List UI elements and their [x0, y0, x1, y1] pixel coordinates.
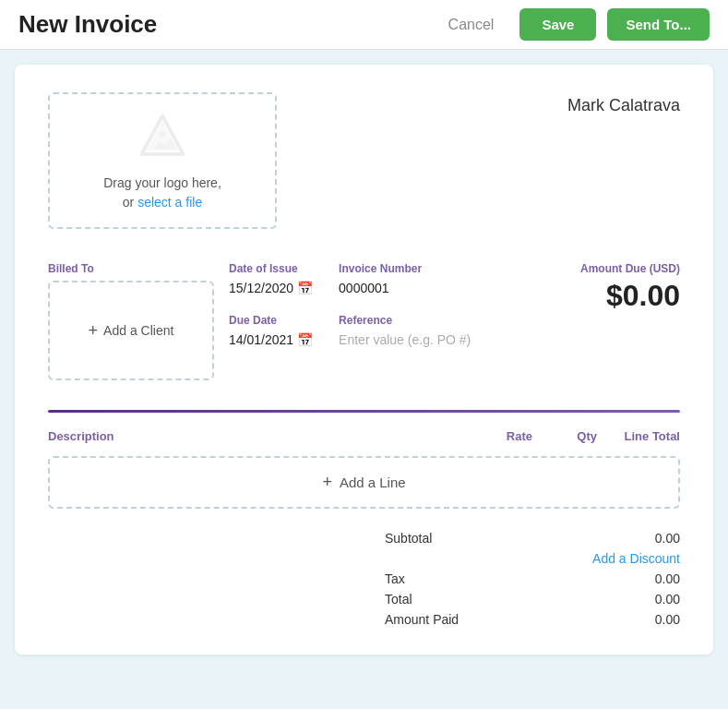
send-to-button[interactable]: Send To...	[607, 8, 710, 41]
select-file-link[interactable]: select a file	[137, 195, 202, 210]
invoice-number-group: Invoice Number 0000001	[339, 262, 471, 295]
amount-due-label: Amount Due (USD)	[580, 262, 680, 275]
amount-due-value: $0.00	[580, 279, 680, 313]
add-client-label: Add a Client	[103, 323, 173, 338]
billed-to-label: Billed To	[48, 262, 214, 275]
totals-section: Subtotal 0.00 Add a Discount Tax 0.00 To…	[48, 531, 680, 627]
plus-icon: +	[89, 321, 99, 341]
add-client-inner: + Add a Client	[89, 321, 174, 341]
date-of-issue-group: Date of Issue 15/12/2020 📅	[229, 262, 313, 295]
section-divider	[48, 410, 680, 413]
company-name: Mark Calatrava	[567, 92, 680, 115]
reference-group: Reference Enter value (e.g. PO #)	[339, 314, 471, 347]
header-actions: Cancel Save Send To...	[434, 8, 710, 41]
subtotal-row: Subtotal 0.00	[385, 531, 680, 546]
total-label: Total	[385, 592, 412, 607]
date-of-issue-value[interactable]: 15/12/2020 📅	[229, 281, 313, 295]
fields-right: Date of Issue 15/12/2020 📅 Due Date 14/0…	[229, 262, 680, 347]
page-header: New Invoice Cancel Save Send To...	[0, 0, 728, 50]
add-line-plus-icon: +	[322, 473, 332, 492]
col-line-total-header: Line Total	[597, 429, 680, 443]
col-qty-header: Qty	[532, 429, 597, 443]
invoice-number-value[interactable]: 0000001	[339, 281, 471, 295]
invoice-card: Drag your logo here, or select a file Ma…	[15, 65, 713, 655]
total-value: 0.00	[655, 592, 680, 607]
calendar-icon-issue: 📅	[297, 281, 313, 295]
due-date-group: Due Date 14/01/2021 📅	[229, 314, 313, 347]
amount-paid-label: Amount Paid	[385, 612, 459, 627]
logo-placeholder-icon	[135, 109, 190, 164]
top-section: Drag your logo here, or select a file Ma…	[48, 92, 680, 229]
add-line-button[interactable]: + Add a Line	[48, 456, 680, 509]
save-button[interactable]: Save	[519, 8, 596, 41]
tax-row: Tax 0.00	[385, 571, 680, 586]
tax-label: Tax	[385, 571, 405, 586]
due-date-value[interactable]: 14/01/2021 📅	[229, 332, 313, 347]
logo-drop-text: Drag your logo here, or select a file	[103, 174, 221, 212]
table-headers: Description Rate Qty Line Total	[48, 424, 680, 449]
discount-row: Add a Discount	[385, 551, 680, 566]
page-title: New Invoice	[18, 10, 157, 39]
add-client-box[interactable]: + Add a Client	[48, 281, 214, 380]
amount-paid-value: 0.00	[655, 612, 680, 627]
due-date-label: Due Date	[229, 314, 313, 327]
fields-section: Billed To + Add a Client Date of Issue 1…	[48, 262, 680, 380]
calendar-icon-due: 📅	[297, 332, 313, 347]
logo-dropzone[interactable]: Drag your logo here, or select a file	[48, 92, 277, 229]
col-description-header: Description	[48, 429, 440, 443]
amount-paid-row: Amount Paid 0.00	[385, 612, 680, 627]
subtotal-value: 0.00	[655, 531, 680, 546]
invoice-number-label: Invoice Number	[339, 262, 471, 275]
date-of-issue-label: Date of Issue	[229, 262, 313, 275]
reference-label: Reference	[339, 314, 471, 327]
total-row: Total 0.00	[385, 592, 680, 607]
cancel-button[interactable]: Cancel	[434, 9, 509, 41]
subtotal-label: Subtotal	[385, 531, 432, 546]
col-rate-header: Rate	[440, 429, 532, 443]
reference-input[interactable]: Enter value (e.g. PO #)	[339, 332, 471, 347]
svg-point-2	[160, 131, 165, 137]
add-line-label: Add a Line	[340, 475, 406, 490]
billed-to-group: Billed To + Add a Client	[48, 262, 214, 380]
amount-due-section: Amount Due (USD) $0.00	[580, 262, 680, 347]
tax-value: 0.00	[655, 571, 680, 586]
add-discount-link[interactable]: Add a Discount	[592, 551, 680, 566]
